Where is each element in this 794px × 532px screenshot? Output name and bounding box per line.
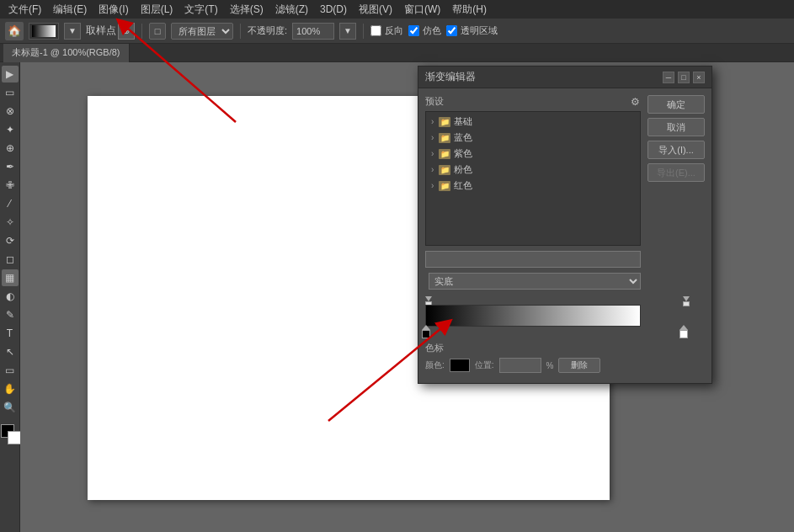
menu-view[interactable]: 视图(V) [354,1,397,19]
tool-clone[interactable]: ✧ [2,214,19,231]
tool-path-select[interactable]: ↖ [2,343,19,360]
presets-header: 预设 ⚙ [425,95,641,108]
preset-folder-icon-4: 📁 [439,165,450,175]
sample-icon[interactable]: ⊕ [118,23,135,40]
cancel-btn[interactable]: 取消 [647,118,705,136]
tool-heal[interactable]: ✙ [2,177,19,194]
layer-select[interactable]: 所有图层 [171,23,233,40]
gradient-type-btn[interactable]: ▼ [64,23,81,40]
color-stop-title: 色标 [425,342,641,354]
tool-lasso[interactable]: ⊗ [2,103,19,120]
color-stop-white[interactable] [679,325,688,338]
tool-pen[interactable]: ✎ [2,306,19,323]
presets-label: 预设 [425,95,444,108]
preset-label-5: 红色 [454,179,472,192]
dialog-title: 渐变编辑器 [425,70,476,84]
color-picker-area[interactable] [1,424,19,443]
preset-item-4[interactable]: › 📁 粉色 [428,162,638,178]
tool-select-rect[interactable]: ▭ [2,84,19,101]
preset-label-1: 基础 [454,115,472,128]
tool-preset-area: 取样点 ⊕ [86,23,135,40]
reverse-checkbox[interactable] [370,25,381,36]
position-input[interactable] [499,358,541,373]
dialog-titlebar[interactable]: 渐变编辑器 ─ □ × [418,66,711,88]
delete-btn[interactable]: 删除 [558,358,600,373]
export-btn[interactable]: 导出(E)... [647,163,705,182]
color-stop-black[interactable] [422,325,430,338]
color-stop-section: 色标 颜色: 位置: % 删除 [425,342,641,373]
opacity-stop-right[interactable] [683,296,690,305]
preset-label-2: 蓝色 [454,131,472,144]
gradient-bar[interactable] [425,305,641,327]
preset-arrow-4: › [431,165,434,174]
name-row [425,251,641,268]
menu-3d[interactable]: 3D(D) [315,2,352,17]
gradient-editor-dialog[interactable]: 渐变编辑器 ─ □ × 预设 ⚙ › 📁 [418,66,712,384]
tool-move[interactable]: ▶ [2,66,19,82]
dialog-body: 预设 ⚙ › 📁 基础 › 📁 蓝色 › [418,88,711,383]
opacity-value[interactable]: 100% [292,23,334,40]
menu-type[interactable]: 文字(T) [179,1,222,19]
background-color[interactable] [8,431,21,444]
tool-gradient[interactable]: ▦ [2,269,19,286]
menu-select[interactable]: 选择(S) [225,1,269,19]
divider-3 [363,24,364,39]
dialog-left: 预设 ⚙ › 📁 基础 › 📁 蓝色 › [425,95,641,376]
presets-gear-btn[interactable]: ⚙ [629,96,641,108]
tabbar: 未标题-1 @ 100%(RGB/8) [0,44,794,62]
reverse-label: 反向 [385,24,403,37]
gradient-type-select[interactable]: 实底 杂色 [429,273,641,290]
preset-label-4: 粉色 [454,163,472,176]
tool-type[interactable]: T [2,325,19,342]
gradient-bar-container [425,295,641,338]
clone-group: 仿色 [408,24,441,37]
gradient-swatch[interactable] [29,23,59,40]
menu-window[interactable]: 窗口(W) [399,1,445,19]
menu-help[interactable]: 帮助(H) [447,1,492,19]
tool-crop[interactable]: ⊕ [2,140,19,157]
tool-hand[interactable]: ✋ [2,380,19,397]
preset-item-3[interactable]: › 📁 紫色 [428,146,638,162]
left-toolbar: ▶ ▭ ⊗ ✦ ⊕ ✒ ✙ ∕ ✧ ⟳ ◻ ▦ ◐ ✎ T ↖ ▭ ✋ 🔍 [0,62,20,532]
preset-folder-icon-5: 📁 [439,181,450,191]
preset-item-1[interactable]: › 📁 基础 [428,114,638,130]
menu-image[interactable]: 图像(I) [93,1,133,19]
gradient-name-input[interactable] [425,251,641,268]
clone-checkbox[interactable] [408,25,419,36]
close-btn[interactable]: × [693,72,705,83]
document-tab[interactable]: 未标题-1 @ 100%(RGB/8) [3,44,130,62]
minimize-btn[interactable]: ─ [663,72,674,83]
tool-brush[interactable]: ∕ [2,195,19,212]
presets-list[interactable]: › 📁 基础 › 📁 蓝色 › 📁 紫色 › [425,111,641,246]
tool-eraser[interactable]: ◻ [2,251,19,268]
menu-file[interactable]: 文件(F) [3,1,46,19]
preset-arrow-2: › [431,133,434,142]
menu-layer[interactable]: 图层(L) [136,1,179,19]
toolbar: 🏠 ▼ 取样点 ⊕ □ 所有图层 不透明度: 100% ▼ 反向 仿色 透明区域 [0,19,794,44]
color-stop-swatch[interactable] [450,359,470,372]
divider-2 [240,24,241,39]
clone-label: 仿色 [423,24,441,37]
copy-btn[interactable]: □ [149,23,166,40]
opacity-dropdown[interactable]: ▼ [339,23,356,40]
opacity-stop-left[interactable] [425,296,432,305]
position-label: 位置: [475,359,494,371]
home-button[interactable]: 🏠 [5,22,24,40]
type-row: 实底 杂色 [425,273,641,290]
confirm-btn[interactable]: 确定 [647,95,705,114]
tool-eyedropper[interactable]: ✒ [2,158,19,175]
menu-filter[interactable]: 滤镜(Z) [270,1,313,19]
reverse-group: 反向 [370,24,403,37]
transparent-checkbox[interactable] [446,25,457,36]
tool-history[interactable]: ⟳ [2,232,19,249]
menu-edit[interactable]: 编辑(E) [48,1,92,19]
preset-item-5[interactable]: › 📁 红色 [428,178,638,194]
restore-btn[interactable]: □ [678,72,690,83]
preset-item-2[interactable]: › 📁 蓝色 [428,130,638,146]
tool-dodge[interactable]: ◐ [2,288,19,305]
divider-1 [141,24,142,39]
tool-shape[interactable]: ▭ [2,362,19,379]
tool-magic-wand[interactable]: ✦ [2,121,19,138]
import-btn[interactable]: 导入(I)... [647,141,705,159]
tool-zoom[interactable]: 🔍 [2,399,19,416]
